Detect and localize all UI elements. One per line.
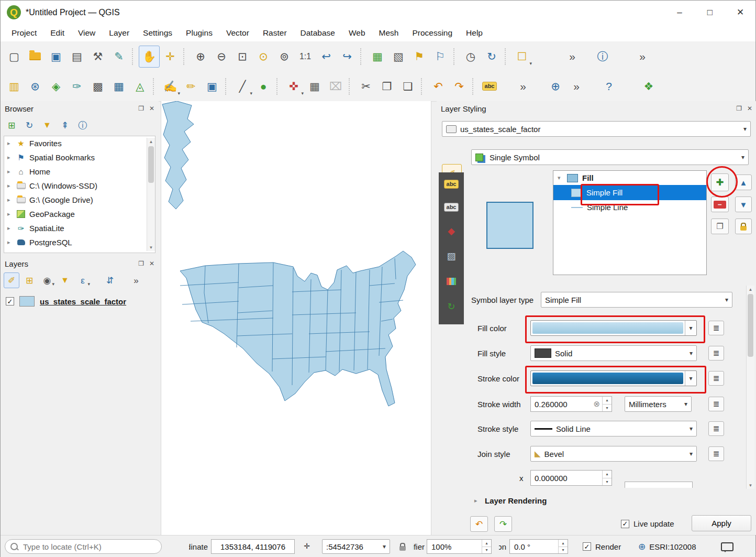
expand-arrow-icon[interactable]: ▸ — [7, 196, 13, 203]
offset-unit-combo-clipped[interactable] — [625, 482, 693, 488]
dropdown-arrow-icon[interactable]: ▾ — [52, 281, 54, 287]
data-defined-override-button[interactable]: ≣ — [708, 371, 724, 386]
zoom-in-button[interactable]: ⊕ — [190, 46, 211, 68]
stroke-color-button[interactable]: ▾ — [530, 370, 697, 386]
filter-legend-button[interactable]: ▼ — [57, 272, 73, 288]
extents-toggle-button[interactable]: ✛ — [300, 539, 314, 553]
scroll-down-icon[interactable]: ▼ — [147, 244, 155, 251]
identify-features-button[interactable]: ⓘ — [592, 46, 613, 68]
processing-toolbox-button[interactable]: ❖ — [638, 75, 659, 97]
save-project-button[interactable]: ▣ — [46, 46, 66, 68]
expand-arrow-icon[interactable]: ▸ — [7, 140, 13, 147]
tab-3d-view[interactable]: ◆ — [439, 221, 464, 242]
magnifier-value[interactable]: 100% — [431, 542, 482, 551]
toolbar-overflow-button[interactable]: » — [513, 75, 533, 97]
menu-item-view[interactable]: View — [71, 26, 102, 40]
zoom-out-button[interactable]: ⊖ — [211, 46, 232, 68]
coordinate-input[interactable] — [211, 539, 295, 554]
new-project-button[interactable]: ▢ — [4, 46, 25, 68]
symbol-tree-item-simple-line[interactable]: Simple Line — [553, 200, 706, 214]
refresh-map-button[interactable]: ↻ — [481, 46, 502, 68]
select-features-button[interactable]: ☐▾ — [512, 46, 532, 68]
stroke-style-combo[interactable]: Solid Line ▾ — [530, 421, 697, 436]
styling-scrollbar[interactable]: ▲ ▼ — [746, 286, 754, 489]
browser-item-geopackage[interactable]: ▸GeoPackage — [4, 207, 155, 221]
add-group-button[interactable]: ⊞ — [21, 272, 37, 288]
zoom-native-button[interactable]: 1:1 — [295, 46, 316, 68]
temporal-controller-button[interactable]: ◷ — [460, 46, 481, 68]
offset-x-value[interactable]: 0.000000 — [535, 474, 602, 483]
minimize-button[interactable]: – — [664, 1, 695, 24]
tab-transparency[interactable]: ▨ — [439, 246, 464, 267]
toolbar-overflow-button[interactable]: » — [632, 46, 653, 68]
data-source-manager-button[interactable]: ▥ — [4, 75, 25, 97]
spin-down-icon[interactable]: ▾ — [603, 478, 612, 486]
tab-history[interactable]: ↻ — [439, 296, 464, 317]
menu-item-help[interactable]: Help — [459, 26, 490, 40]
maximize-button[interactable]: □ — [695, 1, 725, 24]
browser-scrollbar[interactable]: ▲ ▼ — [147, 138, 155, 251]
stroke-color-dropdown[interactable]: ▾ — [685, 371, 696, 386]
help-button[interactable]: ? — [598, 75, 619, 97]
style-manager-button[interactable]: ✎ — [108, 46, 129, 68]
layer-color-swatch[interactable] — [19, 296, 35, 307]
style-redo-button[interactable]: ↷ — [494, 516, 512, 532]
spinner-buttons[interactable]: ▴▾ — [558, 540, 568, 553]
browser-item-favorites[interactable]: ▸★Favorites — [4, 136, 155, 150]
menu-item-plugins[interactable]: Plugins — [179, 26, 219, 40]
scroll-up-icon[interactable]: ▲ — [747, 286, 754, 293]
tab-histogram[interactable] — [439, 271, 464, 292]
new-temporary-scratch-layer-button[interactable]: ▩ — [87, 75, 108, 97]
remove-symbol-layer-button[interactable]: − — [711, 196, 729, 212]
close-button[interactable]: ✕ — [725, 1, 755, 24]
locate-input[interactable] — [22, 542, 150, 552]
fill-color-dropdown[interactable]: ▾ — [685, 321, 696, 335]
collapse-all-button[interactable]: ⇞ — [57, 117, 73, 133]
pan-map-button[interactable]: ✋ — [139, 46, 160, 68]
spin-down-icon[interactable]: ▾ — [603, 405, 612, 412]
zoom-last-button[interactable]: ↩ — [316, 46, 337, 68]
menu-item-mesh[interactable]: Mesh — [372, 26, 406, 40]
stroke-width-unit-combo[interactable]: Millimeters▾ — [625, 396, 692, 412]
expand-arrow-icon[interactable]: ▸ — [7, 225, 13, 232]
add-symbol-layer-button[interactable]: ✚ — [711, 173, 729, 191]
browser-item-spatial-bookmarks[interactable]: ▸⚑Spatial Bookmarks — [4, 150, 155, 165]
new-virtual-layer-button[interactable]: ▦ — [108, 75, 129, 97]
spinner-buttons[interactable]: ▴▾ — [482, 540, 491, 553]
layer-selector-combo[interactable]: us_states_scale_factor ▾ — [442, 121, 751, 137]
lock-symbol-layer-button[interactable] — [735, 219, 752, 234]
layer-name[interactable]: us_states_scale_factor — [40, 297, 126, 306]
digitize-with-segment-button[interactable]: ╱▾ — [232, 75, 253, 97]
dropdown-arrow-icon[interactable]: ▾ — [87, 281, 90, 287]
spin-up-icon[interactable]: ▴ — [559, 540, 568, 547]
dropdown-arrow-icon[interactable]: ▾ — [529, 61, 532, 66]
stroke-width-value[interactable]: 0.260000 — [535, 400, 591, 409]
new-spatial-bookmark-button[interactable]: ⚑ — [409, 46, 430, 68]
expand-arrow-icon[interactable]: ▸ — [7, 211, 13, 217]
clear-value-icon[interactable]: ⊗ — [591, 399, 602, 409]
float-panel-icon[interactable]: ❐ — [138, 260, 144, 267]
dropdown-arrow-icon[interactable]: ▾ — [301, 91, 304, 96]
new-shapefile-layer-button[interactable]: ✑ — [66, 75, 87, 97]
rotation-value[interactable]: 0.0 ° — [514, 542, 558, 551]
zoom-full-button[interactable]: ⊡ — [232, 46, 253, 68]
dropdown-arrow-icon[interactable]: ▾ — [250, 91, 252, 96]
join-style-combo[interactable]: ◣ Bevel ▾ — [530, 446, 697, 462]
layer-order-button[interactable]: ⇵ — [102, 272, 118, 288]
map-canvas[interactable] — [161, 101, 431, 535]
layer-visibility-checkbox[interactable]: ✓ — [6, 297, 14, 305]
metasearch-button[interactable]: ⊕ — [545, 75, 566, 97]
live-update-checkbox[interactable]: ✓ — [621, 520, 629, 528]
properties-button[interactable]: ⓘ — [75, 117, 91, 133]
open-layer-styling-button[interactable]: ✐ — [4, 272, 19, 288]
zoom-next-button[interactable]: ↪ — [337, 46, 358, 68]
paste-features-button[interactable]: ❏ — [397, 75, 418, 97]
fill-style-combo[interactable]: Solid ▾ — [530, 345, 697, 361]
filter-by-expression-button[interactable]: ε▾ — [75, 272, 91, 288]
renderer-combo[interactable]: Single Symbol ▾ — [471, 149, 749, 165]
live-update-control[interactable]: ✓ Live update — [621, 519, 674, 528]
float-panel-icon[interactable]: ❐ — [138, 105, 144, 112]
menu-item-processing[interactable]: Processing — [405, 26, 459, 40]
menu-item-edit[interactable]: Edit — [43, 26, 71, 40]
spin-down-icon[interactable]: ▾ — [559, 547, 568, 554]
